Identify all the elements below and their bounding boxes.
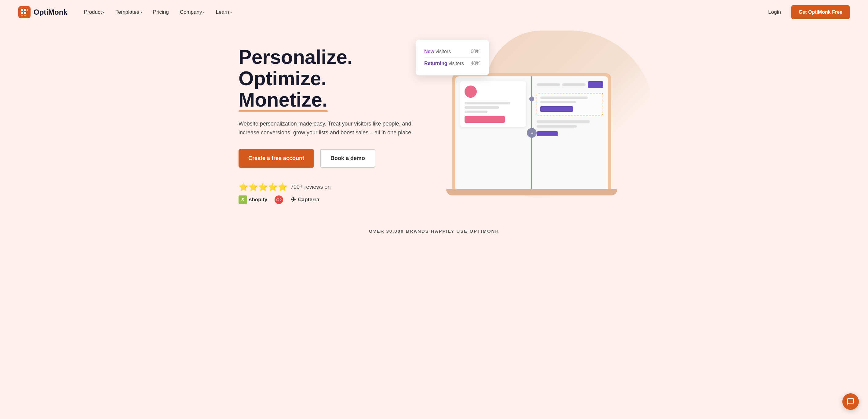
screen-right-line-2 xyxy=(537,125,577,128)
reviews-section: ⭐⭐⭐⭐⭐ 700+ reviews on S shopify G2 ✈ Cap… xyxy=(239,182,434,204)
svg-rect-1 xyxy=(21,9,23,11)
svg-rect-6 xyxy=(21,15,23,15)
new-visitors-label: New visitors xyxy=(424,49,451,54)
hero-buttons: Create a free account Book a demo xyxy=(239,149,434,168)
headline-line2: Monetize. xyxy=(239,89,328,110)
navigation: OptiMonk Product ▾ Templates ▾ Pricing C… xyxy=(0,0,868,25)
logo-link[interactable]: OptiMonk xyxy=(18,6,67,18)
nav-pricing[interactable]: Pricing xyxy=(149,7,173,18)
login-button[interactable]: Login xyxy=(764,7,785,18)
svg-rect-2 xyxy=(24,9,26,11)
screen-nav-block-1 xyxy=(537,84,560,86)
shopify-logo: S shopify xyxy=(239,195,267,204)
capterra-label: Capterra xyxy=(298,197,319,203)
hero-right: New visitors 60% Returning visitors 40% xyxy=(434,49,629,201)
hero-subtext: Website personalization made easy. Treat… xyxy=(239,120,422,137)
split-top-handle xyxy=(529,97,534,101)
capterra-icon: ✈ xyxy=(290,196,296,204)
reviews-text: 700+ reviews on xyxy=(290,184,331,190)
product-caret-icon: ▾ xyxy=(103,11,104,14)
screen-right xyxy=(532,76,608,189)
new-visitors-pct: 60% xyxy=(471,49,480,54)
nav-links: Product ▾ Templates ▾ Pricing Company ▾ … xyxy=(80,7,764,18)
shopify-icon: S xyxy=(239,195,247,204)
laptop-illustration: ≡ xyxy=(452,61,611,189)
new-visitors-row: New visitors 60% xyxy=(424,46,480,57)
nav-learn[interactable]: Learn ▾ xyxy=(211,7,236,18)
g2-icon: G2 xyxy=(275,195,283,204)
create-account-button[interactable]: Create a free account xyxy=(239,149,314,168)
returning-label: Returning xyxy=(424,61,447,66)
laptop-base xyxy=(446,189,617,195)
chat-bubble-button[interactable] xyxy=(842,393,859,410)
screen-left xyxy=(455,76,532,189)
laptop-body: ≡ xyxy=(452,73,611,189)
returning-visitors-row: Returning visitors 40% xyxy=(424,57,480,69)
screen-right-line-1 xyxy=(537,120,590,123)
screen-dashed-box xyxy=(537,93,603,116)
logo-text: OptiMonk xyxy=(34,8,67,17)
screen-dashed-line-2 xyxy=(540,101,576,103)
returning-visitors-label: Returning visitors xyxy=(424,61,464,66)
screen-right-purple xyxy=(537,131,558,136)
headline-line1: Personalize. Optimize. xyxy=(239,46,353,90)
screen-avatar xyxy=(465,86,477,98)
nav-product[interactable]: Product ▾ xyxy=(80,7,109,18)
returning-visitors-pct: 40% xyxy=(471,61,480,66)
hero-headline: Personalize. Optimize. Monetize. xyxy=(239,46,434,111)
shopify-label: shopify xyxy=(249,197,267,203)
hero-left: Personalize. Optimize. Monetize. Website… xyxy=(239,46,434,204)
platforms-row: S shopify G2 ✈ Capterra xyxy=(239,195,434,204)
screen-nav-purple xyxy=(588,81,603,88)
new-label: New xyxy=(424,49,434,54)
bottom-banner: OVER 30,000 BRANDS HAPPILY USE OPTIMONK xyxy=(0,220,868,242)
screen-content: ≡ xyxy=(455,76,608,189)
screen-line-2 xyxy=(465,106,499,109)
screen-line-3 xyxy=(465,110,488,113)
book-demo-button[interactable]: Book a demo xyxy=(320,149,375,168)
nav-templates[interactable]: Templates ▾ xyxy=(111,7,146,18)
svg-rect-5 xyxy=(24,12,26,14)
logo-icon xyxy=(18,6,31,18)
visitor-stats-card: New visitors 60% Returning visitors 40% xyxy=(416,40,489,75)
get-optimonk-free-button[interactable]: Get OptiMonk Free xyxy=(791,5,850,19)
screen-pink-button xyxy=(465,116,505,123)
screen-dashed-line-1 xyxy=(540,97,588,99)
screen-line-1 xyxy=(465,102,510,104)
bottom-banner-text: OVER 30,000 BRANDS HAPPILY USE OPTIMONK xyxy=(369,228,499,234)
chat-icon xyxy=(847,398,855,406)
nav-right: Login Get OptiMonk Free xyxy=(764,5,850,19)
company-caret-icon: ▾ xyxy=(203,11,205,14)
screen-nav xyxy=(537,81,603,88)
laptop-screen: ≡ xyxy=(455,76,608,189)
templates-caret-icon: ▾ xyxy=(141,11,142,14)
learn-caret-icon: ▾ xyxy=(230,11,232,14)
hero-section: Personalize. Optimize. Monetize. Website… xyxy=(214,25,654,220)
svg-rect-3 xyxy=(27,9,28,11)
screen-card-left xyxy=(460,81,526,127)
split-handle-icon: ≡ xyxy=(527,128,537,138)
screen-nav-block-2 xyxy=(562,84,586,86)
capterra-logo: ✈ Capterra xyxy=(290,196,319,204)
screen-purple-button xyxy=(540,106,573,112)
reviews-row: ⭐⭐⭐⭐⭐ 700+ reviews on xyxy=(239,182,434,192)
svg-rect-7 xyxy=(24,15,26,15)
g2-logo: G2 xyxy=(275,195,283,204)
nav-company[interactable]: Company ▾ xyxy=(176,7,209,18)
stars-icon: ⭐⭐⭐⭐⭐ xyxy=(239,182,287,192)
svg-rect-4 xyxy=(21,12,23,14)
